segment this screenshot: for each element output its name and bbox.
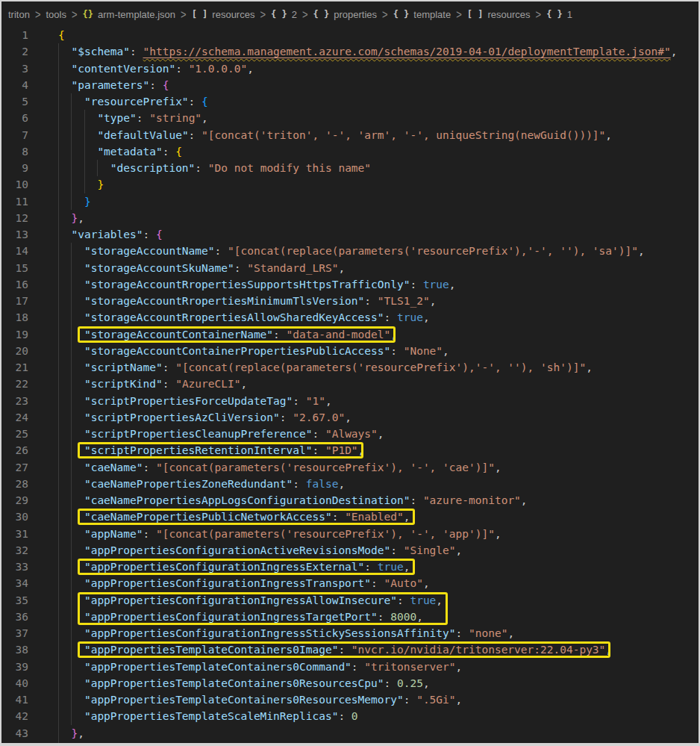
line-text: "storageAccountContainerPropertiesPublic…: [58, 343, 699, 359]
code-line-14[interactable]: 14 "storageAccountName": "[concat(replac…: [1, 243, 699, 259]
code-line-22[interactable]: 22 "scriptKind": "AzureCLI",: [1, 376, 699, 392]
token: "contentVersion": [71, 63, 175, 75]
indent-guide: [58, 575, 59, 591]
code-line-38[interactable]: 38 "appPropertiesTemplateContainers0Imag…: [1, 641, 699, 658]
indent-guide: [58, 143, 59, 160]
breadcrumb-item-resources[interactable]: [ ]resources: [467, 9, 531, 20]
code-line-35[interactable]: 35 "appPropertiesConfigurationIngressAll…: [1, 592, 699, 609]
code-line-24[interactable]: 24 "scriptPropertiesAzCliVersion": "2.67…: [1, 409, 699, 426]
indent-guide: [71, 675, 72, 691]
line-number: 38: [1, 641, 28, 658]
indent-guide: [58, 226, 59, 243]
token: {: [201, 96, 208, 108]
token: :: [410, 494, 422, 506]
symbol-object-icon: { }: [313, 9, 330, 19]
code-line-43[interactable]: 43 },: [1, 725, 699, 742]
code-line-18[interactable]: 18 "storageAccountRropertiesAllowSharedK…: [1, 309, 699, 326]
code-line-15[interactable]: 15 "storageAccountSkuName": "Standard_LR…: [1, 260, 699, 276]
line-text: "appPropertiesTemplateContainers0Command…: [58, 659, 699, 675]
code-line-3[interactable]: 3 "contentVersion": "1.0.0.0",: [1, 60, 699, 77]
code-line-10[interactable]: 10 }: [1, 176, 699, 193]
code-line-39[interactable]: 39 "appPropertiesTemplateContainers0Comm…: [1, 659, 699, 675]
code-line-26[interactable]: 26 "scriptPropertiesRetentionInterval": …: [1, 442, 699, 459]
indent-guide: [71, 409, 72, 426]
editor-lines[interactable]: 1{2 "$schema": "https://schema.managemen…: [1, 27, 699, 746]
token: "storageAccountRropertiesAllowSharedKeyA…: [84, 311, 384, 323]
token: [58, 46, 71, 57]
code-line-11[interactable]: 11 }: [1, 193, 699, 210]
code-line-27[interactable]: 27 "caeName": "[concat(parameters('resou…: [1, 459, 699, 476]
code-line-12[interactable]: 12 },: [1, 210, 699, 226]
token: ,: [456, 544, 463, 556]
code-line-17[interactable]: 17 "storageAccountRropertiesMinimumTlsVe…: [1, 293, 699, 309]
indent-guide: [71, 426, 72, 442]
token: ,: [495, 528, 501, 540]
code-line-33[interactable]: 33 "appPropertiesConfigurationIngressExt…: [1, 559, 699, 575]
breadcrumb-item-2[interactable]: { }2: [271, 9, 297, 20]
code-line-16[interactable]: 16 "storageAccountRropertiesSupportsHttp…: [1, 276, 699, 293]
breadcrumb-item-resources[interactable]: [ ]resources: [192, 9, 255, 20]
indent-guide: [71, 509, 72, 525]
indent-guide: [58, 459, 59, 476]
code-line-25[interactable]: 25 "scriptPropertiesCleanupPreference": …: [1, 426, 699, 442]
line-text: "caeName": "[concat(parameters('resource…: [58, 459, 699, 476]
code-line-1[interactable]: 1{: [1, 27, 699, 43]
indent-guide: [71, 326, 72, 343]
code-line-42[interactable]: 42 "appPropertiesTemplateScaleMinReplica…: [1, 708, 699, 724]
code-line-20[interactable]: 20 "storageAccountContainerPropertiesPub…: [1, 343, 699, 359]
code-line-21[interactable]: 21 "scriptName": "[concat(replace(parame…: [1, 359, 699, 376]
code-line-29[interactable]: 29 "caeNamePropertiesAppLogsConfiguratio…: [1, 492, 699, 509]
code-line-6[interactable]: 6 "type": "string",: [1, 110, 699, 126]
code-line-32[interactable]: 32 "appPropertiesConfigurationActiveRevi…: [1, 542, 699, 559]
token: true: [410, 594, 436, 606]
json-file-icon: {}: [83, 9, 93, 19]
breadcrumb-label: 1: [567, 9, 572, 20]
token: :: [332, 511, 345, 523]
token: }: [84, 196, 91, 208]
token: :: [338, 644, 351, 656]
token: "resourcePrefix": [84, 96, 189, 108]
token: "[concat(parameters('resourcePrefix'), '…: [156, 528, 495, 540]
breadcrumb-separator-icon: >: [456, 7, 462, 22]
code-line-40[interactable]: 40 "appPropertiesTemplateContainers0Reso…: [1, 675, 699, 691]
token: [58, 146, 97, 158]
breadcrumb-item-1[interactable]: { }1: [546, 9, 572, 20]
code-line-28[interactable]: 28 "caeNamePropertiesZoneRedundant": fal…: [1, 476, 699, 492]
code-line-8[interactable]: 8 "metadata": {: [1, 143, 699, 160]
code-line-5[interactable]: 5 "resourcePrefix": {: [1, 93, 699, 110]
token: "2.67.0": [293, 411, 345, 423]
breadcrumb-item-tools[interactable]: tools: [46, 9, 66, 20]
token: "scriptPropertiesRetentionInterval": [84, 444, 313, 456]
code-line-23[interactable]: 23 "scriptPropertiesForceUpdateTag": "1"…: [1, 393, 699, 409]
code-line-36[interactable]: 36 "appPropertiesConfigurationIngressTar…: [1, 609, 699, 625]
breadcrumb-item-triton[interactable]: triton: [8, 9, 30, 20]
breadcrumb-item-template[interactable]: { }template: [393, 9, 451, 20]
breadcrumb-item-arm-template.json[interactable]: {}arm-template.json: [83, 9, 176, 20]
code-line-19[interactable]: 19 "storageAccountContainerName": "data-…: [1, 326, 699, 343]
token: "data-and-model": [287, 329, 391, 341]
token: :: [130, 46, 143, 57]
code-line-7[interactable]: 7 "defaultValue": "[concat('triton', '-'…: [1, 127, 699, 143]
token: :: [456, 627, 469, 639]
code-line-30[interactable]: 30 "caeNamePropertiesPublicNetworkAccess…: [1, 509, 699, 525]
schema-link[interactable]: "https://schema.management.azure.com/sch…: [143, 46, 671, 57]
code-line-31[interactable]: 31 "appName": "[concat(parameters('resou…: [1, 526, 699, 542]
code-line-34[interactable]: 34 "appPropertiesConfigurationIngressTra…: [1, 575, 699, 591]
line-text: "resourcePrefix": {: [58, 93, 699, 110]
line-text: "appName": "[concat(parameters('resource…: [58, 526, 699, 542]
indent-guide: [58, 725, 59, 742]
code-line-41[interactable]: 41 "appPropertiesTemplateContainers0Reso…: [1, 691, 699, 708]
line-text: "type": "string",: [58, 110, 699, 126]
line-number: 33: [1, 559, 28, 575]
indent-guide: [84, 127, 85, 143]
code-line-2[interactable]: 2 "$schema": "https://schema.management.…: [1, 43, 699, 60]
code-line-44[interactable]: 44 "resources": [: [1, 742, 699, 746]
code-line-4[interactable]: 4 "parameters": {: [1, 77, 699, 93]
token: ,: [201, 112, 208, 124]
line-text: "storageAccountRropertiesSupportsHttpsTr…: [58, 276, 699, 293]
code-line-37[interactable]: 37 "appPropertiesConfigurationIngressSti…: [1, 625, 699, 641]
breadcrumb-item-properties[interactable]: { }properties: [313, 9, 378, 20]
code-line-9[interactable]: 9 "description": "Do not modify this nam…: [1, 160, 699, 176]
token: ,: [430, 295, 437, 307]
code-line-13[interactable]: 13 "variables": {: [1, 226, 699, 243]
